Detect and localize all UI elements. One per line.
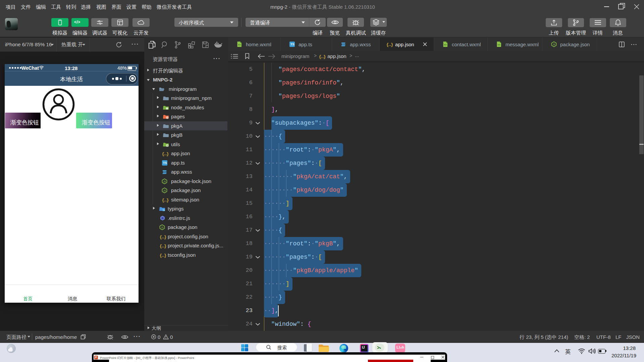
svg-text:TS: TS [162,209,165,211]
svg-text:<>: <> [444,44,446,46]
svg-text:{..}: {..} [162,152,169,157]
svg-text:JS: JS [163,180,166,182]
svg-text:{..}: {..} [162,197,169,202]
svg-text:{..}: {..} [160,244,167,249]
svg-text:{..}: {..} [386,42,393,47]
svg-text:JS: JS [161,226,164,229]
svg-text:JS: JS [163,189,166,192]
svg-text:JS: JS [553,43,555,46]
svg-text:{..}: {..} [160,234,167,239]
svg-text:{..}: {..} [319,54,326,59]
svg-text:<>: <> [497,44,500,46]
svg-text:{..}: {..} [160,253,167,258]
svg-text:<>: <> [238,44,240,46]
